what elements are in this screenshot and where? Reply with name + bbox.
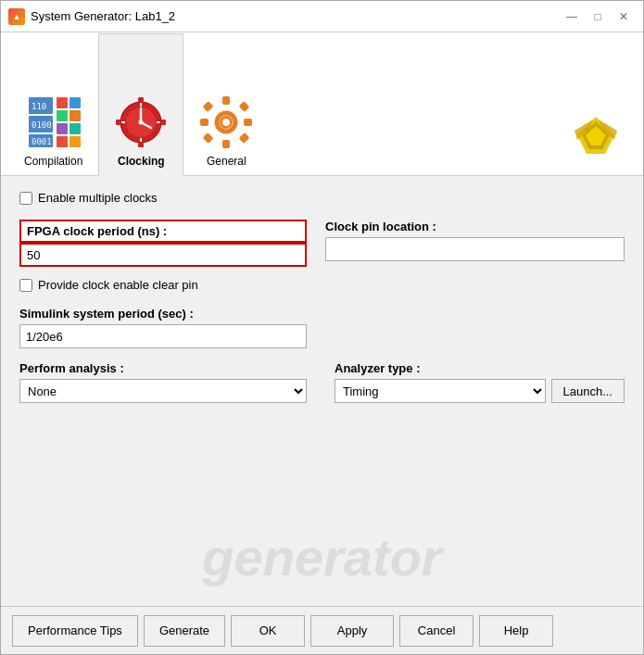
tab-general-label: General xyxy=(207,155,246,168)
svg-point-37 xyxy=(222,119,230,126)
analyzer-type-select[interactable]: Timing Power Resource xyxy=(335,379,546,403)
svg-point-18 xyxy=(139,120,144,125)
svg-text:0001: 0001 xyxy=(32,137,52,146)
ok-button[interactable]: OK xyxy=(231,615,305,647)
title-bar: ▲ System Generator: Lab1_2 — □ ✕ xyxy=(1,1,643,32)
svg-text:110: 110 xyxy=(32,102,46,111)
svg-rect-25 xyxy=(116,120,120,125)
svg-rect-7 xyxy=(69,97,81,108)
analyzer-type-row: Timing Power Resource Launch... xyxy=(335,379,625,403)
clocking-icon xyxy=(114,95,168,149)
svg-rect-28 xyxy=(222,96,230,105)
performance-tips-button[interactable]: Performance Tips xyxy=(12,615,138,647)
svg-text:0100: 0100 xyxy=(32,120,52,130)
perform-analysis-group: Perform analysis : None Resource Timing xyxy=(19,361,316,403)
provide-clock-enable-row: Provide clock enable clear pin xyxy=(19,278,625,292)
perform-analysis-select[interactable]: None Resource Timing xyxy=(19,379,307,403)
content-inner: Enable multiple clocks FPGA clock period… xyxy=(19,191,625,403)
svg-rect-34 xyxy=(203,132,214,144)
fpga-clock-period-label: FPGA clock period (ns) : xyxy=(27,224,167,238)
title-bar-left: ▲ System Generator: Lab1_2 xyxy=(8,8,175,25)
tab-clocking-label: Clocking xyxy=(118,155,165,168)
title-controls: — □ ✕ xyxy=(560,6,636,27)
footer: Performance Tips Generate OK Apply Cance… xyxy=(1,606,643,654)
analysis-row: Perform analysis : None Resource Timing … xyxy=(19,361,625,403)
window-title: System Generator: Lab1_2 xyxy=(31,9,175,23)
close-button[interactable]: ✕ xyxy=(612,6,636,27)
svg-rect-26 xyxy=(161,120,166,125)
svg-rect-23 xyxy=(138,97,144,102)
analyzer-type-label: Analyzer type : xyxy=(335,361,625,375)
provide-clock-enable-label[interactable]: Provide clock enable clear pin xyxy=(38,278,198,292)
enable-multiple-clocks-label[interactable]: Enable multiple clocks xyxy=(38,191,158,205)
tab-general[interactable]: General xyxy=(183,32,269,175)
main-window: ▲ System Generator: Lab1_2 — □ ✕ 110 010… xyxy=(0,0,644,655)
help-button[interactable]: Help xyxy=(479,615,553,647)
svg-rect-9 xyxy=(69,110,81,121)
svg-rect-8 xyxy=(57,110,68,121)
tab-clocking[interactable]: Clocking xyxy=(98,33,183,176)
clock-pin-location-input[interactable] xyxy=(325,237,625,261)
general-icon xyxy=(199,95,253,149)
fpga-clock-period-input[interactable] xyxy=(19,243,307,267)
analyzer-type-group: Analyzer type : Timing Power Resource La… xyxy=(335,361,625,403)
simulink-period-label: Simulink system period (sec) : xyxy=(19,307,625,321)
clock-period-section: FPGA clock period (ns) : Clock pin locat… xyxy=(19,220,625,267)
apply-button[interactable]: Apply xyxy=(310,615,394,647)
svg-rect-6 xyxy=(57,97,68,108)
content-area: Enable multiple clocks FPGA clock period… xyxy=(1,176,643,606)
tab-compilation[interactable]: 110 0100 0001 Compilation xyxy=(8,32,98,175)
simulink-period-input[interactable] xyxy=(19,324,307,348)
svg-rect-30 xyxy=(200,119,208,126)
svg-rect-13 xyxy=(69,136,81,147)
launch-button[interactable]: Launch... xyxy=(551,379,625,403)
app-icon: ▲ xyxy=(8,8,25,25)
compilation-icon: 110 0100 0001 xyxy=(27,95,81,149)
logo-area xyxy=(556,105,636,175)
svg-rect-31 xyxy=(244,119,252,126)
enable-multiple-clocks-checkbox[interactable] xyxy=(19,192,32,205)
simulink-period-group: Simulink system period (sec) : xyxy=(19,307,625,348)
svg-rect-24 xyxy=(138,143,144,147)
cancel-button[interactable]: Cancel xyxy=(399,615,474,647)
clock-pin-location-label: Clock pin location : xyxy=(325,220,625,233)
maximize-button[interactable]: □ xyxy=(586,6,610,27)
svg-rect-11 xyxy=(69,123,81,134)
perform-analysis-label: Perform analysis : xyxy=(19,361,316,375)
enable-multiple-clocks-row: Enable multiple clocks xyxy=(19,191,625,205)
svg-rect-32 xyxy=(203,101,214,112)
generate-button[interactable]: Generate xyxy=(144,615,225,647)
tab-bar: 110 0100 0001 Compilation xyxy=(1,32,643,176)
provide-clock-enable-checkbox[interactable] xyxy=(19,279,32,292)
svg-rect-33 xyxy=(239,101,250,112)
tab-compilation-label: Compilation xyxy=(24,155,82,168)
svg-rect-12 xyxy=(57,136,68,147)
svg-rect-10 xyxy=(57,123,68,134)
svg-rect-35 xyxy=(239,132,250,144)
minimize-button[interactable]: — xyxy=(560,6,584,27)
watermark: generator xyxy=(1,527,643,587)
svg-rect-29 xyxy=(222,140,230,148)
